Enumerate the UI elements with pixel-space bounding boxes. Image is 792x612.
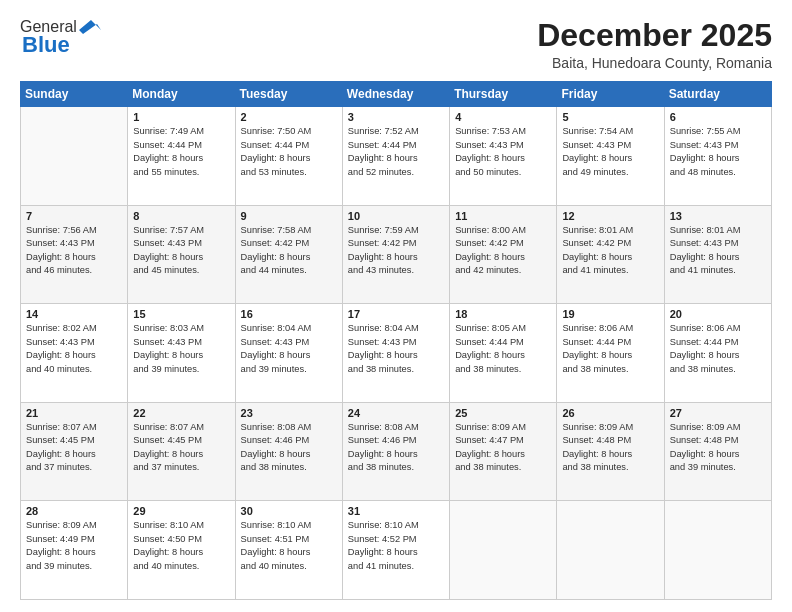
calendar-week-row: 28Sunrise: 8:09 AMSunset: 4:49 PMDayligh… [21,501,772,600]
day-number: 10 [348,210,444,222]
day-info: Sunrise: 8:10 AMSunset: 4:51 PMDaylight:… [241,519,337,573]
col-monday: Monday [128,82,235,107]
table-row [450,501,557,600]
logo: General Blue [20,18,101,58]
day-info: Sunrise: 7:54 AMSunset: 4:43 PMDaylight:… [562,125,658,179]
day-number: 12 [562,210,658,222]
day-number: 14 [26,308,122,320]
table-row [557,501,664,600]
col-saturday: Saturday [664,82,771,107]
day-info: Sunrise: 7:49 AMSunset: 4:44 PMDaylight:… [133,125,229,179]
table-row: 6Sunrise: 7:55 AMSunset: 4:43 PMDaylight… [664,107,771,206]
day-number: 25 [455,407,551,419]
day-number: 24 [348,407,444,419]
day-number: 27 [670,407,766,419]
day-number: 18 [455,308,551,320]
table-row: 2Sunrise: 7:50 AMSunset: 4:44 PMDaylight… [235,107,342,206]
day-info: Sunrise: 8:04 AMSunset: 4:43 PMDaylight:… [348,322,444,376]
header: General Blue December 2025 Baita, Hunedo… [20,18,772,71]
table-row: 29Sunrise: 8:10 AMSunset: 4:50 PMDayligh… [128,501,235,600]
day-info: Sunrise: 8:10 AMSunset: 4:50 PMDaylight:… [133,519,229,573]
table-row: 9Sunrise: 7:58 AMSunset: 4:42 PMDaylight… [235,205,342,304]
table-row: 16Sunrise: 8:04 AMSunset: 4:43 PMDayligh… [235,304,342,403]
table-row: 24Sunrise: 8:08 AMSunset: 4:46 PMDayligh… [342,402,449,501]
day-info: Sunrise: 7:52 AMSunset: 4:44 PMDaylight:… [348,125,444,179]
col-friday: Friday [557,82,664,107]
day-number: 7 [26,210,122,222]
table-row: 1Sunrise: 7:49 AMSunset: 4:44 PMDaylight… [128,107,235,206]
logo-icon [79,16,101,36]
table-row: 4Sunrise: 7:53 AMSunset: 4:43 PMDaylight… [450,107,557,206]
month-title: December 2025 [537,18,772,53]
table-row: 27Sunrise: 8:09 AMSunset: 4:48 PMDayligh… [664,402,771,501]
day-info: Sunrise: 8:09 AMSunset: 4:49 PMDaylight:… [26,519,122,573]
day-info: Sunrise: 8:09 AMSunset: 4:48 PMDaylight:… [670,421,766,475]
day-info: Sunrise: 8:09 AMSunset: 4:48 PMDaylight:… [562,421,658,475]
day-info: Sunrise: 8:01 AMSunset: 4:42 PMDaylight:… [562,224,658,278]
day-info: Sunrise: 8:08 AMSunset: 4:46 PMDaylight:… [348,421,444,475]
day-info: Sunrise: 7:57 AMSunset: 4:43 PMDaylight:… [133,224,229,278]
title-block: December 2025 Baita, Hunedoara County, R… [537,18,772,71]
day-number: 5 [562,111,658,123]
day-number: 29 [133,505,229,517]
day-info: Sunrise: 7:53 AMSunset: 4:43 PMDaylight:… [455,125,551,179]
table-row: 14Sunrise: 8:02 AMSunset: 4:43 PMDayligh… [21,304,128,403]
day-number: 1 [133,111,229,123]
day-number: 15 [133,308,229,320]
calendar-week-row: 14Sunrise: 8:02 AMSunset: 4:43 PMDayligh… [21,304,772,403]
table-row: 8Sunrise: 7:57 AMSunset: 4:43 PMDaylight… [128,205,235,304]
day-number: 26 [562,407,658,419]
day-number: 23 [241,407,337,419]
table-row: 18Sunrise: 8:05 AMSunset: 4:44 PMDayligh… [450,304,557,403]
table-row: 20Sunrise: 8:06 AMSunset: 4:44 PMDayligh… [664,304,771,403]
table-row: 17Sunrise: 8:04 AMSunset: 4:43 PMDayligh… [342,304,449,403]
day-number: 31 [348,505,444,517]
table-row: 11Sunrise: 8:00 AMSunset: 4:42 PMDayligh… [450,205,557,304]
col-tuesday: Tuesday [235,82,342,107]
table-row: 21Sunrise: 8:07 AMSunset: 4:45 PMDayligh… [21,402,128,501]
table-row: 10Sunrise: 7:59 AMSunset: 4:42 PMDayligh… [342,205,449,304]
table-row: 22Sunrise: 8:07 AMSunset: 4:45 PMDayligh… [128,402,235,501]
col-sunday: Sunday [21,82,128,107]
day-info: Sunrise: 7:56 AMSunset: 4:43 PMDaylight:… [26,224,122,278]
day-number: 8 [133,210,229,222]
day-info: Sunrise: 7:59 AMSunset: 4:42 PMDaylight:… [348,224,444,278]
day-number: 30 [241,505,337,517]
table-row: 31Sunrise: 8:10 AMSunset: 4:52 PMDayligh… [342,501,449,600]
day-info: Sunrise: 8:08 AMSunset: 4:46 PMDaylight:… [241,421,337,475]
day-info: Sunrise: 8:05 AMSunset: 4:44 PMDaylight:… [455,322,551,376]
day-number: 2 [241,111,337,123]
location-subtitle: Baita, Hunedoara County, Romania [537,55,772,71]
day-info: Sunrise: 8:02 AMSunset: 4:43 PMDaylight:… [26,322,122,376]
day-number: 16 [241,308,337,320]
day-number: 21 [26,407,122,419]
table-row: 3Sunrise: 7:52 AMSunset: 4:44 PMDaylight… [342,107,449,206]
table-row: 15Sunrise: 8:03 AMSunset: 4:43 PMDayligh… [128,304,235,403]
day-info: Sunrise: 8:04 AMSunset: 4:43 PMDaylight:… [241,322,337,376]
calendar-week-row: 7Sunrise: 7:56 AMSunset: 4:43 PMDaylight… [21,205,772,304]
day-number: 6 [670,111,766,123]
day-number: 28 [26,505,122,517]
table-row [664,501,771,600]
table-row: 26Sunrise: 8:09 AMSunset: 4:48 PMDayligh… [557,402,664,501]
page: General Blue December 2025 Baita, Hunedo… [0,0,792,612]
col-wednesday: Wednesday [342,82,449,107]
day-info: Sunrise: 8:06 AMSunset: 4:44 PMDaylight:… [562,322,658,376]
day-info: Sunrise: 8:09 AMSunset: 4:47 PMDaylight:… [455,421,551,475]
table-row: 19Sunrise: 8:06 AMSunset: 4:44 PMDayligh… [557,304,664,403]
day-number: 17 [348,308,444,320]
table-row: 23Sunrise: 8:08 AMSunset: 4:46 PMDayligh… [235,402,342,501]
table-row: 5Sunrise: 7:54 AMSunset: 4:43 PMDaylight… [557,107,664,206]
day-info: Sunrise: 8:00 AMSunset: 4:42 PMDaylight:… [455,224,551,278]
day-number: 11 [455,210,551,222]
svg-marker-0 [79,20,101,34]
day-info: Sunrise: 8:01 AMSunset: 4:43 PMDaylight:… [670,224,766,278]
day-number: 13 [670,210,766,222]
day-info: Sunrise: 8:03 AMSunset: 4:43 PMDaylight:… [133,322,229,376]
day-info: Sunrise: 8:07 AMSunset: 4:45 PMDaylight:… [26,421,122,475]
day-number: 22 [133,407,229,419]
calendar-header-row: Sunday Monday Tuesday Wednesday Thursday… [21,82,772,107]
day-number: 20 [670,308,766,320]
table-row: 28Sunrise: 8:09 AMSunset: 4:49 PMDayligh… [21,501,128,600]
calendar-week-row: 1Sunrise: 7:49 AMSunset: 4:44 PMDaylight… [21,107,772,206]
